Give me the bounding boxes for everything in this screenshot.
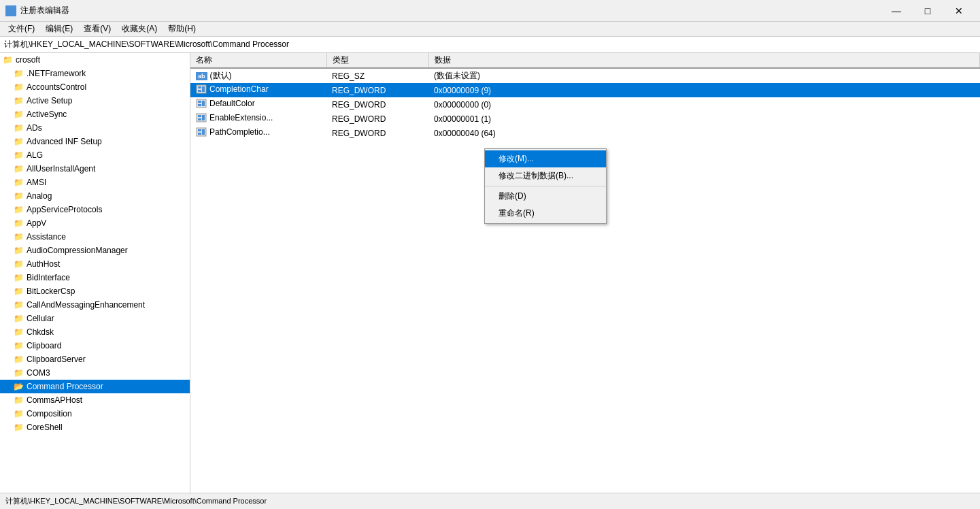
tree-item-commsaphost[interactable]: 📁 CommsAPHost bbox=[0, 393, 190, 407]
tree-item-audiocompressionmanager[interactable]: 📁 AudioCompressionManager bbox=[0, 244, 190, 257]
folder-icon: 📁 bbox=[14, 232, 24, 242]
folder-icon: 📁 bbox=[14, 69, 24, 78]
svg-rect-14 bbox=[198, 118, 201, 120]
ctx-item-modify[interactable]: 修改(M)... bbox=[485, 150, 606, 167]
table-row[interactable]: DefaultColor REG_DWORD 0x00000000 (0) bbox=[190, 97, 980, 112]
tree-item-bitlockercsp[interactable]: 📁 BitLockerCsp bbox=[0, 284, 190, 298]
tree-item-crosoft[interactable]: 📁 crosoft bbox=[0, 53, 190, 67]
folder-icon: 📁 bbox=[14, 300, 24, 310]
folder-icon: 📁 bbox=[14, 178, 24, 187]
close-button[interactable]: ✕ bbox=[943, 0, 975, 22]
folder-icon: 📁 bbox=[14, 368, 24, 378]
value-data: 0x00000001 (1) bbox=[428, 112, 980, 126]
menu-view[interactable]: 查看(V) bbox=[78, 22, 116, 37]
menu-favorites[interactable]: 收藏夹(A) bbox=[116, 22, 163, 37]
folder-open-icon: 📂 bbox=[14, 382, 24, 391]
values-table: 名称 类型 数据 ab (默认) REG_SZ (数值未设置) bbox=[190, 53, 980, 140]
svg-rect-19 bbox=[202, 129, 205, 135]
value-name: ab (默认) bbox=[190, 68, 326, 83]
main-content: 📁 crosoft 📁 .NETFramework 📁 AccountsCont… bbox=[0, 53, 980, 493]
table-row[interactable]: CompletionChar REG_DWORD 0x00000009 (9) bbox=[190, 83, 980, 97]
tree-panel[interactable]: 📁 crosoft 📁 .NETFramework 📁 AccountsCont… bbox=[0, 53, 190, 493]
svg-rect-7 bbox=[202, 86, 205, 92]
tree-item-netframework[interactable]: 📁 .NETFramework bbox=[0, 67, 190, 80]
folder-icon: 📁 bbox=[14, 82, 24, 92]
value-type: REG_DWORD bbox=[326, 126, 428, 140]
folder-icon: 📁 bbox=[14, 110, 24, 119]
folder-icon: 📁 bbox=[14, 286, 24, 296]
menu-edit[interactable]: 编辑(E) bbox=[40, 22, 78, 37]
folder-icon: 📁 bbox=[14, 423, 24, 432]
folder-icon: 📁 bbox=[14, 137, 24, 146]
tree-item-composition[interactable]: 📁 Composition bbox=[0, 407, 190, 421]
folder-icon: 📁 bbox=[14, 355, 24, 364]
svg-rect-15 bbox=[202, 115, 205, 120]
folder-icon: 📁 bbox=[14, 191, 24, 201]
minimize-button[interactable]: — bbox=[881, 0, 912, 22]
svg-rect-18 bbox=[198, 133, 201, 135]
status-text: 计算机\HKEY_LOCAL_MACHINE\SOFTWARE\Microsof… bbox=[5, 496, 267, 506]
tree-item-clipboardserver[interactable]: 📁 ClipboardServer bbox=[0, 352, 190, 366]
folder-icon: 📁 bbox=[14, 96, 24, 105]
reg-icon bbox=[196, 99, 207, 108]
tree-item-authhost[interactable]: 📁 AuthHost bbox=[0, 257, 190, 271]
table-row[interactable]: EnableExtensio... REG_DWORD 0x00000001 (… bbox=[190, 112, 980, 126]
folder-icon: 📁 bbox=[14, 314, 24, 323]
folder-icon: 📁 bbox=[14, 273, 24, 282]
tree-item-chkdsk[interactable]: 📁 Chkdsk bbox=[0, 325, 190, 339]
tree-item-clipboard[interactable]: 📁 Clipboard bbox=[0, 339, 190, 352]
folder-icon: 📁 bbox=[14, 218, 24, 228]
tree-item-callandmessagingenhancement[interactable]: 📁 CallAndMessagingEnhancement bbox=[0, 298, 190, 312]
tree-item-coreshell[interactable]: 📁 CoreShell bbox=[0, 421, 190, 434]
tree-item-ads[interactable]: 📁 ADs bbox=[0, 121, 190, 135]
value-name: CompletionChar bbox=[190, 83, 326, 97]
folder-icon: 📁 bbox=[14, 327, 24, 337]
tree-item-appv[interactable]: 📁 AppV bbox=[0, 216, 190, 230]
tree-item-com3[interactable]: 📁 COM3 bbox=[0, 366, 190, 380]
tree-item-amsi[interactable]: 📁 AMSI bbox=[0, 176, 190, 189]
folder-icon: 📁 bbox=[14, 123, 24, 133]
folder-icon: 📁 bbox=[14, 409, 24, 418]
maximize-button[interactable]: □ bbox=[912, 0, 943, 22]
tree-item-alg[interactable]: 📁 ALG bbox=[0, 148, 190, 162]
reg-icon bbox=[196, 84, 207, 94]
reg-icon bbox=[196, 113, 207, 122]
tree-item-cellular[interactable]: 📁 Cellular bbox=[0, 312, 190, 325]
value-data: (数值未设置) bbox=[428, 68, 980, 83]
ctx-item-rename[interactable]: 重命名(R) bbox=[485, 205, 606, 222]
folder-icon: 📁 bbox=[14, 150, 24, 160]
context-menu: 修改(M)... 修改二进制数据(B)... 删除(D) 重命名(R) bbox=[484, 148, 607, 224]
tree-item-bidinterface[interactable]: 📁 BidInterface bbox=[0, 271, 190, 284]
status-bar: 计算机\HKEY_LOCAL_MACHINE\SOFTWARE\Microsof… bbox=[0, 493, 980, 509]
tree-item-alluserinstallagent[interactable]: 📁 AllUserInstallAgent bbox=[0, 162, 190, 176]
ctx-item-delete[interactable]: 删除(D) bbox=[485, 188, 606, 205]
svg-rect-5 bbox=[198, 86, 201, 88]
menu-file[interactable]: 文件(F) bbox=[3, 22, 40, 37]
menu-help[interactable]: 帮助(H) bbox=[163, 22, 201, 37]
value-data: 0x00000000 (0) bbox=[428, 97, 980, 112]
value-data: 0x00000009 (9) bbox=[428, 83, 980, 97]
tree-item-assistance[interactable]: 📁 Assistance bbox=[0, 230, 190, 244]
tree-item-command-processor[interactable]: 📂 Command Processor bbox=[0, 380, 190, 393]
ab-icon: ab bbox=[196, 72, 207, 80]
folder-icon: 📁 bbox=[14, 341, 24, 350]
table-row[interactable]: PathCompletio... REG_DWORD 0x00000040 (6… bbox=[190, 126, 980, 140]
value-name: EnableExtensio... bbox=[190, 112, 326, 126]
value-type: REG_DWORD bbox=[326, 112, 428, 126]
folder-icon: 📁 bbox=[14, 259, 24, 269]
window-controls: — □ ✕ bbox=[881, 0, 975, 22]
tree-item-activesync[interactable]: 📁 ActiveSync bbox=[0, 108, 190, 121]
tree-item-active-setup[interactable]: 📁 Active Setup bbox=[0, 94, 190, 108]
tree-item-analog[interactable]: 📁 Analog bbox=[0, 189, 190, 203]
values-panel[interactable]: 名称 类型 数据 ab (默认) REG_SZ (数值未设置) bbox=[190, 53, 980, 493]
tree-item-advanced-inf-setup[interactable]: 📁 Advanced INF Setup bbox=[0, 135, 190, 148]
table-row[interactable]: ab (默认) REG_SZ (数值未设置) bbox=[190, 68, 980, 83]
value-name: DefaultColor bbox=[190, 97, 326, 112]
svg-rect-13 bbox=[198, 115, 201, 117]
tree-item-appserviceprotocols[interactable]: 📁 AppServiceProtocols bbox=[0, 203, 190, 216]
folder-icon: 📁 bbox=[3, 55, 13, 65]
tree-item-accountscontrol[interactable]: 📁 AccountsControl bbox=[0, 80, 190, 94]
col-data: 数据 bbox=[428, 53, 980, 68]
folder-icon: 📁 bbox=[14, 164, 24, 174]
ctx-item-modify-binary[interactable]: 修改二进制数据(B)... bbox=[485, 167, 606, 184]
